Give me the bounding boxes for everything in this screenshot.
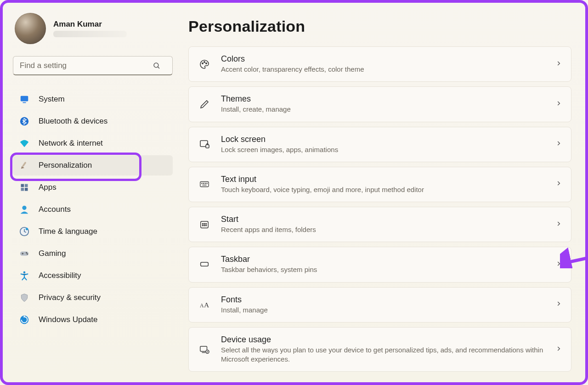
card-title: Fonts (221, 295, 555, 305)
svg-rect-7 (25, 184, 28, 187)
svg-point-31 (204, 223, 205, 224)
wifi-icon (19, 138, 29, 148)
svg-rect-8 (21, 188, 24, 191)
sidebar-item-label: Gaming (39, 249, 66, 258)
gamepad-icon (19, 249, 29, 259)
svg-rect-36 (201, 262, 209, 266)
sidebar-item-label: Privacy & security (39, 293, 101, 302)
card-subtitle: Lock screen images, apps, animations (221, 145, 555, 154)
card-title: Device usage (221, 335, 555, 345)
sidebar-item-apps[interactable]: Apps (13, 177, 173, 198)
card-subtitle: Recent apps and items, folders (221, 225, 555, 234)
settings-card-list: ColorsAccent color, transparency effects… (188, 46, 571, 372)
svg-point-14 (26, 252, 27, 254)
accessibility-icon (19, 271, 29, 281)
chevron-right-icon (555, 345, 562, 354)
user-email-redacted (53, 31, 127, 37)
svg-rect-22 (206, 145, 209, 148)
sidebar-item-label: System (39, 95, 65, 104)
svg-point-35 (206, 225, 207, 226)
sidebar-item-label: Bluetooth & devices (39, 117, 107, 126)
svg-point-27 (207, 183, 207, 184)
search-icon (153, 62, 161, 70)
settings-card-device-usage[interactable]: Device usageSelect all the ways you plan… (188, 327, 571, 372)
sidebar-item-bluetooth-devices[interactable]: Bluetooth & devices (13, 111, 173, 131)
card-subtitle: Install, manage (221, 306, 555, 315)
svg-point-32 (206, 223, 207, 224)
sidebar-item-personalization[interactable]: Personalization (13, 155, 173, 176)
search-wrap (13, 56, 173, 75)
svg-point-10 (22, 206, 26, 210)
sidebar-item-label: Accounts (39, 205, 71, 214)
avatar (15, 13, 46, 44)
sidebar-item-label: Time & language (39, 227, 97, 236)
user-profile-row[interactable]: Aman Kumar (13, 13, 173, 44)
chevron-right-icon (555, 221, 562, 229)
fonts-icon: AA (198, 300, 211, 310)
user-name: Aman Kumar (53, 20, 127, 29)
svg-text:A: A (204, 301, 209, 309)
chevron-right-icon (555, 300, 562, 309)
settings-card-lock-screen[interactable]: Lock screenLock screen images, apps, ani… (188, 127, 571, 162)
svg-point-24 (202, 183, 202, 184)
svg-point-26 (205, 183, 205, 184)
svg-rect-29 (201, 221, 209, 228)
svg-rect-23 (200, 182, 209, 187)
card-subtitle: Touch keyboard, voice typing, emoji and … (221, 185, 555, 194)
chevron-right-icon (555, 60, 562, 68)
sidebar-item-accessibility[interactable]: Accessibility (13, 266, 173, 286)
chevron-right-icon (555, 140, 562, 148)
settings-card-colors[interactable]: ColorsAccent color, transparency effects… (188, 46, 571, 82)
sidebar-item-privacy-security[interactable]: Privacy & security (13, 288, 173, 308)
settings-card-start[interactable]: StartRecent apps and items, folders (188, 207, 571, 242)
card-subtitle: Install, create, manage (221, 105, 555, 114)
sidebar-item-label: Accessibility (39, 271, 81, 280)
card-subtitle: Accent color, transparency effects, colo… (221, 65, 555, 74)
sidebar-item-label: Apps (39, 183, 57, 192)
search-input[interactable] (13, 56, 173, 75)
card-subtitle: Select all the ways you plan to use your… (221, 345, 555, 364)
svg-rect-3 (23, 102, 26, 103)
taskbar-icon (198, 260, 211, 269)
svg-point-20 (206, 62, 207, 63)
settings-card-taskbar[interactable]: TaskbarTaskbar behaviors, system pins (188, 247, 571, 282)
page-title: Personalization (188, 17, 571, 35)
svg-point-19 (204, 61, 205, 62)
sidebar-item-gaming[interactable]: Gaming (13, 243, 173, 264)
sidebar-item-windows-update[interactable]: Windows Update (13, 310, 173, 330)
svg-text:A: A (200, 302, 204, 309)
keyboard-icon (198, 179, 211, 189)
palette-icon (198, 59, 211, 70)
svg-point-15 (27, 254, 28, 255)
sidebar-nav: SystemBluetooth & devicesNetwork & inter… (13, 89, 173, 330)
lockscreen-icon (198, 139, 211, 150)
display-icon (19, 94, 29, 104)
svg-point-16 (23, 271, 26, 273)
svg-point-25 (204, 183, 204, 184)
card-title: Colors (221, 54, 555, 64)
svg-point-18 (202, 62, 203, 63)
chevron-right-icon (555, 100, 562, 108)
svg-point-12 (26, 228, 28, 231)
update-icon (19, 315, 29, 325)
sidebar-item-system[interactable]: System (13, 89, 173, 109)
sidebar-item-label: Personalization (39, 161, 92, 170)
person-icon (19, 204, 29, 215)
sidebar-item-time-language[interactable]: Time & language (13, 221, 173, 242)
settings-card-themes[interactable]: ThemesInstall, create, manage (188, 86, 571, 122)
chevron-right-icon (555, 260, 562, 269)
svg-point-34 (204, 225, 205, 226)
settings-card-fonts[interactable]: AAFontsInstall, manage (188, 287, 571, 323)
card-title: Lock screen (221, 135, 555, 144)
card-title: Themes (221, 94, 555, 104)
sidebar-item-accounts[interactable]: Accounts (13, 199, 173, 220)
start-icon (198, 220, 211, 230)
card-title: Text input (221, 175, 555, 184)
sidebar-item-network-internet[interactable]: Network & internet (13, 133, 173, 153)
settings-card-text-input[interactable]: Text inputTouch keyboard, voice typing, … (188, 167, 571, 202)
sidebar-item-label: Network & internet (39, 139, 103, 148)
card-title: Taskbar (221, 255, 555, 264)
svg-rect-2 (21, 96, 28, 102)
bluetooth-icon (19, 116, 29, 126)
svg-rect-6 (21, 184, 24, 187)
